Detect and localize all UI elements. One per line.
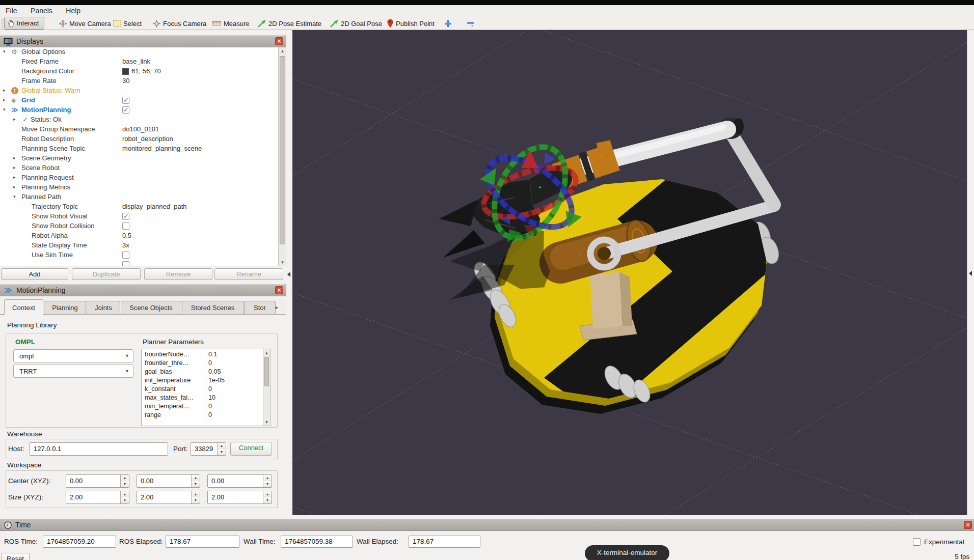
scroll-up-icon[interactable]: ▲ bbox=[279, 47, 286, 55]
partial-checkbox[interactable] bbox=[122, 261, 129, 266]
background-color-value[interactable]: 61; 56; 70 bbox=[131, 67, 161, 75]
displays-tree[interactable]: ▾ ⚙ Global Options Fixed Frame base_link… bbox=[0, 47, 286, 266]
tab-planning[interactable]: Planning bbox=[44, 301, 86, 315]
tab-scene-objects[interactable]: Scene Objects bbox=[121, 301, 181, 315]
duplicate-button[interactable]: Duplicate bbox=[72, 268, 141, 280]
taskbar-terminal-button[interactable]: X-terminal-emulator bbox=[585, 545, 669, 560]
ros-time-field[interactable]: 1764857059.20 bbox=[43, 536, 116, 548]
robot-description-value[interactable]: robot_description bbox=[122, 135, 173, 143]
collapse-left-icon[interactable] bbox=[969, 271, 972, 276]
move-camera-tool-button[interactable]: Move Camera bbox=[59, 18, 111, 29]
pose-estimate-tool-button[interactable]: 2D Pose Estimate bbox=[258, 18, 321, 29]
motionplanning-enabled-checkbox[interactable] bbox=[122, 106, 129, 114]
time-panel-header[interactable]: Time × bbox=[0, 519, 974, 531]
chevron-right-icon[interactable]: ▸ bbox=[13, 184, 16, 189]
add-button[interactable]: Add bbox=[1, 268, 68, 280]
collapse-left-icon[interactable] bbox=[287, 272, 290, 277]
tree-row-scene-geometry[interactable]: ▸ Scene Geometry bbox=[0, 154, 278, 163]
menu-panels[interactable]: Panels bbox=[25, 5, 58, 15]
close-icon[interactable]: × bbox=[275, 37, 283, 45]
robot-alpha-value[interactable]: 0.5 bbox=[122, 232, 131, 239]
param-row[interactable]: frountierNode…0.1 bbox=[142, 350, 270, 359]
tree-row-global-status[interactable]: ▸ ! Global Status: Warn bbox=[0, 86, 278, 96]
chevron-right-icon[interactable]: ▸ bbox=[3, 88, 6, 93]
reset-button[interactable]: Reset bbox=[1, 553, 30, 560]
wall-elapsed-field[interactable]: 178.67 bbox=[409, 536, 480, 548]
tree-row-robot-alpha[interactable]: Robot Alpha 0.5 bbox=[0, 231, 278, 241]
scroll-down-icon[interactable]: ▼ bbox=[263, 418, 270, 426]
tree-row-fixed-frame[interactable]: Fixed Frame base_link bbox=[0, 57, 278, 67]
remove-button[interactable]: Remove bbox=[144, 268, 212, 280]
ros-elapsed-field[interactable]: 178.67 bbox=[166, 536, 239, 548]
fixed-frame-value[interactable]: base_link bbox=[122, 58, 150, 65]
right-panel-strip[interactable] bbox=[967, 30, 974, 515]
chevron-right-icon[interactable]: ▸ bbox=[13, 117, 16, 122]
measure-tool-button[interactable]: Measure bbox=[212, 18, 250, 29]
remove-tool-button[interactable] bbox=[467, 18, 474, 29]
publish-point-tool-button[interactable]: Publish Point bbox=[387, 18, 435, 29]
chevron-down-icon[interactable]: ▾ bbox=[3, 49, 6, 54]
state-display-time-value[interactable]: 3x bbox=[122, 241, 129, 249]
close-icon[interactable]: × bbox=[275, 286, 283, 294]
trajectory-topic-value[interactable]: display_planned_path bbox=[122, 203, 187, 210]
center-y-spinbox[interactable]: 0.00▲▼ bbox=[137, 474, 200, 488]
wall-time-field[interactable]: 1764857059.38 bbox=[281, 536, 353, 548]
tree-row-grid[interactable]: ▸ ◈ Grid bbox=[0, 96, 278, 105]
center-x-spinbox[interactable]: 0.00▲▼ bbox=[66, 474, 129, 488]
port-spinbox[interactable]: 33829 ▲▼ bbox=[191, 442, 226, 456]
spin-arrows[interactable]: ▲▼ bbox=[217, 443, 226, 455]
scroll-up-icon[interactable]: ▲ bbox=[263, 349, 270, 357]
goal-pose-tool-button[interactable]: 2D Goal Pose bbox=[330, 18, 382, 29]
chevron-right-icon[interactable]: ▸ bbox=[3, 97, 6, 102]
experimental-checkbox[interactable] bbox=[913, 538, 921, 546]
3d-viewport[interactable] bbox=[292, 30, 967, 515]
param-row[interactable]: goal_bias0.05 bbox=[142, 368, 270, 376]
params-scrollbar[interactable]: ▲ ▼ bbox=[263, 349, 270, 426]
chevron-right-icon[interactable]: ▸ bbox=[13, 155, 16, 160]
size-x-spinbox[interactable]: 2.00▲▼ bbox=[66, 491, 129, 504]
tree-row-show-robot-collision[interactable]: Show Robot Collision bbox=[0, 221, 278, 231]
tree-row-status-ok[interactable]: ▸ ✓ Status: Ok bbox=[0, 115, 278, 125]
tab-stored-states[interactable]: Stor bbox=[244, 301, 276, 315]
planner-combo[interactable]: TRRT ▼ bbox=[13, 365, 133, 378]
tree-row-frame-rate[interactable]: Frame Rate 30 bbox=[0, 76, 278, 86]
tree-row-trajectory-topic[interactable]: Trajectory Topic display_planned_path bbox=[0, 202, 278, 212]
tree-row-background-color[interactable]: Background Color 61; 56; 70 bbox=[0, 67, 278, 76]
move-group-namespace-value[interactable]: do100_0101 bbox=[122, 125, 159, 133]
show-robot-collision-checkbox[interactable] bbox=[122, 222, 129, 230]
tree-row-state-display-time[interactable]: State Display Time 3x bbox=[0, 241, 278, 250]
tree-row-scene-robot[interactable]: ▸ Scene Robot bbox=[0, 163, 278, 173]
param-row[interactable]: range0 bbox=[142, 411, 270, 419]
chevron-down-icon[interactable]: ▾ bbox=[13, 194, 16, 199]
displays-panel-header[interactable]: Displays × bbox=[0, 35, 286, 47]
chevron-right-icon[interactable]: ▸ bbox=[13, 165, 16, 170]
planning-scene-topic-value[interactable]: monitored_planning_scene bbox=[122, 145, 202, 152]
planner-params-table[interactable]: frountierNode…0.1 frountier_thre…0 goal_… bbox=[141, 349, 270, 426]
tree-row-move-group-namespace[interactable]: Move Group Namespace do100_0101 bbox=[0, 125, 278, 134]
tree-scrollbar[interactable]: ▲ ▼ bbox=[278, 47, 286, 266]
library-combo[interactable]: ompl ▼ bbox=[13, 349, 133, 362]
add-tool-button[interactable] bbox=[444, 18, 452, 29]
tab-joints[interactable]: Joints bbox=[87, 301, 120, 315]
grid-enabled-checkbox[interactable] bbox=[122, 97, 129, 104]
param-row[interactable]: init_temperature1e-05 bbox=[142, 376, 270, 385]
chevron-right-icon[interactable]: ▸ bbox=[13, 175, 16, 180]
tree-row-planning-request[interactable]: ▸ Planning Request bbox=[0, 173, 278, 183]
size-y-spinbox[interactable]: 2.00▲▼ bbox=[137, 491, 200, 504]
tree-row-planned-path[interactable]: ▾ Planned Path bbox=[0, 192, 278, 202]
param-row[interactable]: frountier_thre…0 bbox=[142, 359, 270, 368]
host-input[interactable]: 127.0.0.1 bbox=[30, 442, 168, 456]
menu-file[interactable]: File bbox=[0, 5, 23, 15]
tree-row-global-options[interactable]: ▾ ⚙ Global Options bbox=[0, 47, 278, 57]
tree-row-planning-metrics[interactable]: ▸ Planning Metrics bbox=[0, 183, 278, 192]
panel-splitter[interactable] bbox=[286, 30, 292, 515]
size-z-spinbox[interactable]: 2.00▲▼ bbox=[207, 491, 272, 504]
tree-row-planning-scene-topic[interactable]: Planning Scene Topic monitored_planning_… bbox=[0, 144, 278, 154]
tab-stored-scenes[interactable]: Stored Scenes bbox=[182, 301, 244, 315]
param-row[interactable]: max_states_fai…10 bbox=[142, 394, 270, 402]
use-sim-time-checkbox[interactable] bbox=[122, 251, 129, 259]
param-row[interactable]: min_temperat…0 bbox=[142, 402, 270, 411]
scroll-down-icon[interactable]: ▼ bbox=[279, 259, 286, 266]
select-tool-button[interactable]: Select bbox=[113, 18, 142, 29]
motionplanning-panel-header[interactable]: ≫ MotionPlanning × bbox=[0, 284, 286, 296]
